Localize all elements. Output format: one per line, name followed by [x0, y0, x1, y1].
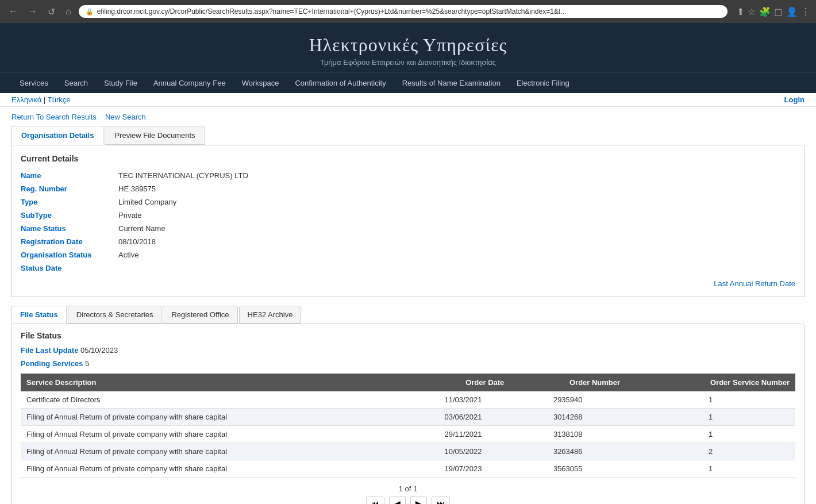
col-service-description: Service Description — [21, 374, 417, 391]
pending-value: 5 — [85, 359, 89, 368]
detail-value-type: Limited Company — [118, 197, 795, 207]
back-button[interactable]: ← — [6, 5, 21, 18]
forward-button[interactable]: → — [25, 5, 40, 18]
lock-icon: 🔒 — [86, 8, 94, 16]
service-description: Filing of Annual Return of private compa… — [21, 443, 417, 460]
outer-tab-1[interactable]: Preview File Documents — [105, 126, 205, 145]
col-order-number: Order Number — [510, 374, 626, 391]
inner-tab-2[interactable]: Registered Office — [163, 306, 237, 324]
detail-value-reg.-number: HE 389575 — [118, 183, 795, 194]
star-icon[interactable]: ☆ — [748, 6, 756, 17]
order-date: 29/11/2021 — [417, 426, 510, 443]
order-service-number: 1 — [626, 391, 795, 409]
browser-chrome: ← → ↺ ⌂ 🔒 efiling.drcor.mcit.gov.cy/Drco… — [0, 0, 816, 23]
detail-label-type: Type — [21, 197, 118, 207]
inner-tab-0[interactable]: File Status — [11, 306, 67, 324]
nav-item-e-filing[interactable]: Electronic Filing — [509, 73, 578, 93]
breadcrumb: Return To Search Results New Search — [11, 113, 805, 121]
url-text: efiling.drcor.mcit.gov.cy/DrcorPublic/Se… — [97, 7, 567, 16]
detail-label-name-status: Name Status — [21, 223, 118, 234]
table-row: Filing of Annual Return of private compa… — [21, 443, 795, 460]
order-date: 19/07/2023 — [417, 460, 510, 478]
table-row: Certificate of Directors11/03/2021293594… — [21, 391, 795, 409]
pending-services: Pending Services 5 — [21, 359, 795, 368]
order-number: 3138108 — [510, 426, 626, 443]
next-page-button[interactable]: ▶ — [410, 497, 427, 504]
nav-item-study-file[interactable]: Study File — [96, 73, 145, 93]
prev-page-button[interactable]: ◀ — [389, 497, 406, 504]
order-number: 3014268 — [510, 409, 626, 426]
inner-tab-3[interactable]: HE32 Archive — [239, 306, 302, 324]
last-annual-link[interactable]: Last Annual Return Date — [714, 279, 795, 288]
first-page-button[interactable]: ⏮ — [366, 497, 384, 504]
detail-value-name: TEC INTERNATIONAL (CYPRUS) LTD — [118, 170, 795, 181]
turkish-lang[interactable]: Türkçe — [48, 95, 71, 104]
extension-icon[interactable]: 🧩 — [759, 6, 771, 17]
nav-item-workspace[interactable]: Workspace — [234, 73, 287, 93]
col-order-service-number: Order Service Number — [626, 374, 795, 391]
last-page-button[interactable]: ⏭ — [432, 497, 450, 504]
order-date: 11/03/2021 — [417, 391, 510, 409]
page-info: 1 of 1 — [21, 484, 795, 493]
home-button[interactable]: ⌂ — [63, 5, 74, 18]
detail-value-registration-date: 08/10/2018 — [118, 236, 795, 247]
last-update-label: File Last Update — [21, 346, 78, 355]
detail-label-registration-date: Registration Date — [21, 236, 118, 247]
order-service-number: 1 — [626, 409, 795, 426]
inner-tab-1[interactable]: Directors & Secretaries — [68, 306, 162, 324]
col-order-date: Order Date — [417, 374, 510, 391]
file-last-update: File Last Update 05/10/2023 — [21, 346, 795, 355]
site-title: Ηλεκτρονικές Υπηρεσίες — [6, 34, 810, 56]
nav-item-annual-fee[interactable]: Annual Company Fee — [145, 73, 234, 93]
last-update-value: 05/10/2023 — [80, 346, 118, 355]
reload-button[interactable]: ↺ — [45, 5, 58, 18]
profile-icon[interactable]: 👤 — [786, 6, 798, 17]
detail-label-status-date: Status Date — [21, 263, 118, 274]
main-content: Return To Search Results New Search Orga… — [0, 107, 816, 504]
services-table: Service DescriptionOrder DateOrder Numbe… — [21, 374, 795, 478]
table-row: Filing of Annual Return of private compa… — [21, 460, 795, 478]
detail-value-organisation-status: Active — [118, 249, 795, 260]
pending-label: Pending Services — [21, 359, 83, 368]
share-icon[interactable]: ⬆ — [737, 6, 744, 17]
nav-item-confirmation[interactable]: Confirmation of Authenticity — [287, 73, 394, 93]
pagination-nav: ⏮ ◀ ▶ ⏭ — [21, 497, 795, 504]
menu-icon[interactable]: ⋮ — [801, 6, 810, 17]
address-bar[interactable]: 🔒 efiling.drcor.mcit.gov.cy/DrcorPublic/… — [79, 5, 728, 18]
detail-label-organisation-status: Organisation Status — [21, 249, 118, 260]
nav-item-search[interactable]: Search — [56, 73, 96, 93]
site-header: Ηλεκτρονικές Υπηρεσίες Τμήμα Εφόρου Εται… — [0, 23, 816, 72]
table-row: Filing of Annual Return of private compa… — [21, 426, 795, 443]
nav-item-name-exam[interactable]: Results of Name Examination — [394, 73, 509, 93]
new-search-link[interactable]: New Search — [105, 113, 146, 121]
order-date: 03/06/2021 — [417, 409, 510, 426]
file-status-title: File Status — [21, 331, 795, 340]
lang-sep: | — [44, 95, 45, 104]
last-annual-return: Last Annual Return Date — [21, 279, 795, 288]
return-search-link[interactable]: Return To Search Results — [11, 113, 97, 121]
greek-lang[interactable]: Ελληνικά — [11, 95, 41, 104]
service-description: Certificate of Directors — [21, 391, 417, 409]
login-link[interactable]: Login — [784, 95, 805, 104]
browser-actions: ⬆ ☆ 🧩 ▢ 👤 ⋮ — [737, 6, 810, 17]
detail-label-reg.-number: Reg. Number — [21, 183, 118, 194]
order-service-number: 1 — [626, 426, 795, 443]
nav-item-services[interactable]: Services — [11, 73, 56, 93]
window-icon[interactable]: ▢ — [774, 6, 783, 17]
file-status-box: File Status File Last Update 05/10/2023 … — [11, 324, 805, 504]
outer-tab-0[interactable]: Organisation Details — [11, 126, 103, 145]
pagination: 1 of 1 ⏮ ◀ ▶ ⏭ — [21, 484, 795, 504]
outer-tab-bar: Organisation DetailsPreview File Documen… — [11, 126, 805, 145]
site-subtitle: Τμήμα Εφόρου Εταιρειών και Διανοητικής Ι… — [6, 58, 810, 67]
order-service-number: 1 — [626, 460, 795, 478]
service-description: Filing of Annual Return of private compa… — [21, 426, 417, 443]
table-row: Filing of Annual Return of private compa… — [21, 409, 795, 426]
service-description: Filing of Annual Return of private compa… — [21, 409, 417, 426]
service-description: Filing of Annual Return of private compa… — [21, 460, 417, 478]
detail-label-name: Name — [21, 170, 118, 181]
order-number: 3263486 — [510, 443, 626, 460]
order-number: 2935940 — [510, 391, 626, 409]
detail-value-subtype: Private — [118, 210, 795, 221]
current-details-box: Current Details NameTEC INTERNATIONAL (C… — [11, 145, 805, 297]
order-number: 3563055 — [510, 460, 626, 478]
